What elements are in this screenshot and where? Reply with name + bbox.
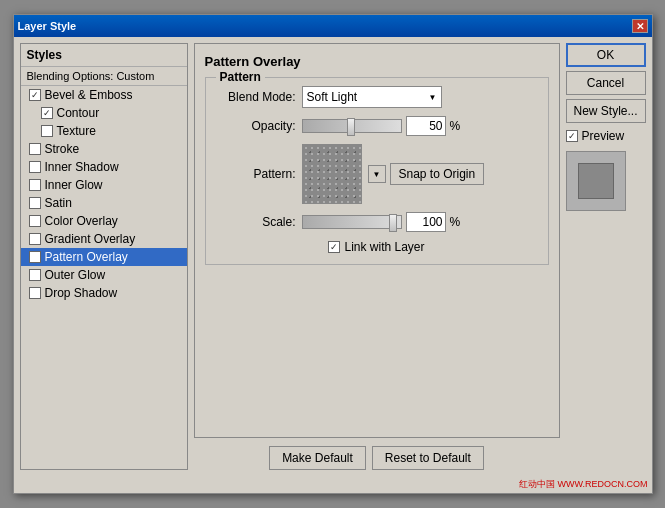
sidebar-item-texture[interactable]: Texture [21,122,187,140]
outer-glow-checkbox[interactable] [29,269,41,281]
contour-checkbox[interactable] [41,107,53,119]
left-panel: Styles Blending Options: Custom Bevel & … [20,43,188,470]
section-title: Pattern Overlay [205,54,549,69]
link-with-layer-label: Link with Layer [344,240,424,254]
title-bar: Layer Style ✕ [14,15,652,37]
gradient-overlay-label: Gradient Overlay [45,232,136,246]
scale-percent: % [450,215,461,229]
satin-checkbox[interactable] [29,197,41,209]
preview-label: Preview [582,129,625,143]
opacity-row: Opacity: % [216,116,538,136]
link-with-layer-row: Link with Layer [216,240,538,254]
layer-style-dialog: Layer Style ✕ Styles Blending Options: C… [13,14,653,494]
preview-box [566,151,626,211]
title-bar-text: Layer Style [18,20,77,32]
sidebar-item-outer-glow[interactable]: Outer Glow [21,266,187,284]
preview-row: Preview [566,129,646,143]
bottom-buttons: Make Default Reset to Default [194,444,560,470]
pattern-preview[interactable] [302,144,362,204]
drop-shadow-checkbox[interactable] [29,287,41,299]
content-area: Pattern Overlay Pattern Blend Mode: Soft… [194,43,560,438]
contour-label: Contour [57,106,100,120]
color-overlay-label: Color Overlay [45,214,118,228]
middle-panel: Pattern Overlay Pattern Blend Mode: Soft… [194,43,560,470]
inner-shadow-checkbox[interactable] [29,161,41,173]
sidebar-item-pattern-overlay[interactable]: Pattern Overlay [21,248,187,266]
blending-options-label: Blending Options: Custom [21,67,187,86]
dialog-body: Styles Blending Options: Custom Bevel & … [14,37,652,476]
sidebar-item-stroke[interactable]: Stroke [21,140,187,158]
texture-label: Texture [57,124,96,138]
inner-glow-checkbox[interactable] [29,179,41,191]
sidebar-item-bevel-emboss[interactable]: Bevel & Emboss [21,86,187,104]
sidebar-item-color-overlay[interactable]: Color Overlay [21,212,187,230]
opacity-slider[interactable] [302,119,402,133]
pattern-overlay-checkbox[interactable] [29,251,41,263]
pattern-overlay-label: Pattern Overlay [45,250,128,264]
blend-mode-dropdown[interactable]: Soft Light ▼ [302,86,442,108]
dialog-title: Layer Style [18,20,77,32]
pattern-texture [303,145,361,203]
inner-shadow-label: Inner Shadow [45,160,119,174]
sidebar-item-gradient-overlay[interactable]: Gradient Overlay [21,230,187,248]
sidebar-item-contour[interactable]: Contour [21,104,187,122]
gradient-overlay-checkbox[interactable] [29,233,41,245]
blend-mode-label: Blend Mode: [216,90,296,104]
pattern-dropdown-button[interactable]: ▼ [368,165,386,183]
scale-slider-thumb[interactable] [389,214,397,232]
opacity-percent: % [450,119,461,133]
watermark: 红动中国 WWW.REDOCN.COM [14,476,652,493]
sidebar-item-satin[interactable]: Satin [21,194,187,212]
reset-to-default-button[interactable]: Reset to Default [372,446,484,470]
right-panel: OK Cancel New Style... Preview [566,43,646,470]
stroke-label: Stroke [45,142,80,156]
pattern-group-title: Pattern [216,70,265,84]
blend-mode-row: Blend Mode: Soft Light ▼ [216,86,538,108]
inner-glow-label: Inner Glow [45,178,103,192]
scale-slider[interactable] [302,215,402,229]
pattern-group: Pattern Blend Mode: Soft Light ▼ Opacity… [205,77,549,265]
bevel-emboss-checkbox[interactable] [29,89,41,101]
preview-inner [578,163,614,199]
close-button[interactable]: ✕ [632,19,648,33]
preview-checkbox[interactable] [566,130,578,142]
opacity-input[interactable] [406,116,446,136]
link-with-layer-checkbox[interactable] [328,241,340,253]
sidebar-item-drop-shadow[interactable]: Drop Shadow [21,284,187,302]
scale-input[interactable] [406,212,446,232]
sidebar-item-inner-glow[interactable]: Inner Glow [21,176,187,194]
pattern-label: Pattern: [216,167,296,181]
scale-row: Scale: % [216,212,538,232]
ok-button[interactable]: OK [566,43,646,67]
left-panel-header: Styles [21,44,187,67]
opacity-slider-thumb[interactable] [347,118,355,136]
cancel-button[interactable]: Cancel [566,71,646,95]
dropdown-arrow-icon: ▼ [429,93,437,102]
drop-shadow-label: Drop Shadow [45,286,118,300]
bevel-emboss-label: Bevel & Emboss [45,88,133,102]
opacity-slider-container: % [302,116,461,136]
snap-to-origin-button[interactable]: Snap to Origin [390,163,485,185]
pattern-row: Pattern: ▼ Snap to Origin [216,144,538,204]
blend-mode-value: Soft Light [307,90,358,104]
stroke-checkbox[interactable] [29,143,41,155]
make-default-button[interactable]: Make Default [269,446,366,470]
sidebar-item-inner-shadow[interactable]: Inner Shadow [21,158,187,176]
scale-slider-container: % [302,212,461,232]
texture-checkbox[interactable] [41,125,53,137]
outer-glow-label: Outer Glow [45,268,106,282]
satin-label: Satin [45,196,72,210]
new-style-button[interactable]: New Style... [566,99,646,123]
scale-label: Scale: [216,215,296,229]
color-overlay-checkbox[interactable] [29,215,41,227]
opacity-label: Opacity: [216,119,296,133]
